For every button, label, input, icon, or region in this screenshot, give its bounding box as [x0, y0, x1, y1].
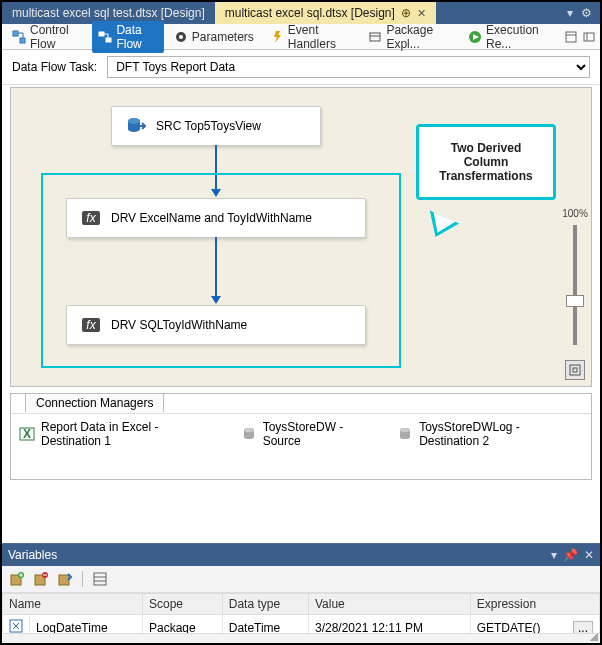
database-source-icon: [126, 116, 146, 136]
callout-text-line: Column: [433, 155, 539, 169]
callout-text-line: Transfermations: [433, 169, 539, 183]
tab-label: Package Expl...: [386, 23, 452, 51]
cell-expression-text: GETDATE(): [477, 621, 541, 634]
excel-connection-icon: X: [19, 426, 35, 442]
grid-options-button[interactable]: [91, 570, 109, 588]
data-flow-task-label: Data Flow Task:: [12, 60, 97, 74]
svg-rect-6: [370, 33, 380, 41]
tabs-dropdown-icon[interactable]: ▾: [567, 6, 573, 20]
add-variable-button[interactable]: [8, 570, 26, 588]
svg-rect-20: [573, 368, 577, 372]
col-value[interactable]: Value: [308, 594, 470, 615]
svg-rect-0: [13, 31, 18, 36]
derived-column-icon: fx: [81, 315, 101, 335]
connection-label: ToysStoreDW - Source: [263, 420, 378, 448]
svg-text:X: X: [23, 427, 31, 441]
tab-label: Data Flow: [116, 23, 157, 51]
annotation-callout: Two Derived Column Transfermations: [416, 124, 556, 200]
data-flow-icon: [98, 30, 112, 44]
tab-label: Execution Re...: [486, 23, 550, 51]
svg-text:fx: fx: [86, 211, 96, 225]
designer-nav: Control Flow Data Flow Parameters Event …: [2, 24, 600, 50]
svg-rect-31: [59, 575, 69, 585]
zoom-slider[interactable]: [573, 225, 577, 345]
connection-item[interactable]: X Report Data in Excel - Destination 1: [19, 420, 221, 448]
svg-rect-32: [94, 573, 106, 585]
parameters-icon: [174, 30, 188, 44]
variables-grid: Name Scope Data type Value Expression Lo…: [2, 593, 600, 633]
tab-parameters[interactable]: Parameters: [168, 28, 260, 46]
col-name[interactable]: Name: [3, 594, 143, 615]
node-drv-sqltoyid[interactable]: fx DRV SQLToyIdWithName: [66, 305, 366, 345]
cell-name[interactable]: LogDateTime: [30, 615, 143, 634]
svg-text:fx: fx: [86, 318, 96, 332]
svg-rect-2: [99, 32, 104, 36]
svg-rect-9: [566, 32, 576, 42]
toolbar-extra-icon-2[interactable]: [582, 30, 596, 44]
svg-point-24: [244, 428, 254, 432]
connection-label: ToysStoreDWLog - Destination 2: [419, 420, 583, 448]
svg-rect-1: [20, 38, 25, 43]
callout-text-line: Two Derived: [433, 141, 539, 155]
tab-label: Parameters: [192, 30, 254, 44]
variable-icon: [3, 615, 30, 634]
tab-control-flow[interactable]: Control Flow: [6, 21, 88, 53]
pin-icon[interactable]: 📌: [563, 548, 578, 562]
play-icon: [468, 30, 482, 44]
close-icon[interactable]: ✕: [417, 7, 426, 20]
variables-resize-grip[interactable]: [2, 633, 600, 643]
tab-label: Control Flow: [30, 23, 82, 51]
zoom-percent-label: 100%: [562, 208, 588, 219]
tab-data-flow[interactable]: Data Flow: [92, 21, 163, 53]
cell-scope: Package: [142, 615, 222, 634]
oledb-connection-icon: [241, 426, 257, 442]
variable-row[interactable]: LogDateTime Package DateTime 3/28/2021 1…: [3, 615, 600, 634]
expression-builder-button[interactable]: ...: [573, 621, 593, 634]
toolbar-extra-icon-1[interactable]: [564, 30, 578, 44]
oledb-connection-icon: [397, 426, 413, 442]
svg-point-26: [400, 428, 410, 432]
col-scope[interactable]: Scope: [142, 594, 222, 615]
cell-datatype[interactable]: DateTime: [222, 615, 308, 634]
node-src-top5toysview[interactable]: SRC Top5ToysView: [111, 106, 321, 146]
doc-tab-label: multicast excel sql.dtsx [Design]: [225, 6, 395, 20]
connection-managers-panel: Connection Managers X Report Data in Exc…: [10, 393, 592, 480]
pin-icon[interactable]: ⊕: [401, 6, 411, 20]
col-datatype[interactable]: Data type: [222, 594, 308, 615]
tab-execution-results[interactable]: Execution Re...: [462, 21, 556, 53]
designer-canvas[interactable]: SRC Top5ToysView fx DRV ExcelName and To…: [11, 88, 561, 386]
tab-package-explorer[interactable]: Package Expl...: [362, 21, 458, 53]
control-flow-icon: [12, 30, 26, 44]
zoom-control: 100%: [563, 98, 587, 380]
connection-item[interactable]: ToysStoreDWLog - Destination 2: [397, 420, 583, 448]
data-flow-task-row: Data Flow Task: DFT Toys Report Data: [2, 50, 600, 85]
tab-label: Connection Managers: [36, 396, 153, 410]
close-icon[interactable]: ✕: [584, 548, 594, 562]
event-handlers-icon: [270, 30, 284, 44]
cell-value[interactable]: 3/28/2021 12:11 PM: [308, 615, 470, 634]
zoom-thumb[interactable]: [566, 295, 584, 307]
svg-point-5: [179, 35, 183, 39]
package-explorer-icon: [368, 30, 382, 44]
node-label: DRV ExcelName and ToyIdWithName: [111, 211, 312, 225]
data-flow-task-select[interactable]: DFT Toys Report Data: [107, 56, 590, 78]
window-dropdown-icon[interactable]: ▾: [551, 548, 557, 562]
designer-canvas-wrap: SRC Top5ToysView fx DRV ExcelName and To…: [10, 87, 592, 387]
node-label: SRC Top5ToysView: [156, 119, 261, 133]
cell-expression[interactable]: GETDATE() ...: [470, 615, 599, 634]
window-gear-icon[interactable]: ⚙: [581, 6, 592, 20]
svg-point-14: [128, 118, 140, 124]
svg-rect-11: [584, 33, 594, 41]
connection-item[interactable]: ToysStoreDW - Source: [241, 420, 378, 448]
derived-column-icon: fx: [81, 208, 101, 228]
move-variable-button[interactable]: [56, 570, 74, 588]
tab-event-handlers[interactable]: Event Handlers: [264, 21, 359, 53]
svg-rect-3: [106, 38, 111, 42]
connection-managers-tab[interactable]: Connection Managers: [25, 393, 164, 412]
col-expression[interactable]: Expression: [470, 594, 599, 615]
fit-to-window-button[interactable]: [565, 360, 585, 380]
node-drv-excelname[interactable]: fx DRV ExcelName and ToyIdWithName: [66, 198, 366, 238]
variables-grid-scroll[interactable]: Name Scope Data type Value Expression Lo…: [2, 593, 600, 633]
node-label: DRV SQLToyIdWithName: [111, 318, 247, 332]
delete-variable-button[interactable]: [32, 570, 50, 588]
